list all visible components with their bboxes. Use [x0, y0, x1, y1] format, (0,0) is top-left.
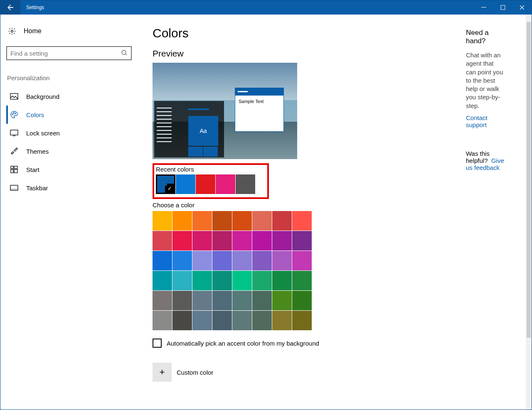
- sidebar-item-colors[interactable]: Colors: [6, 106, 138, 124]
- chat-text: Chat with an agent that can point you to…: [466, 51, 503, 110]
- picture-icon: [10, 92, 19, 101]
- custom-color-label: Custom color: [177, 369, 213, 376]
- recent-color-swatch[interactable]: [176, 174, 195, 194]
- color-swatch[interactable]: [172, 291, 192, 310]
- sidebar-item-label: Colors: [26, 111, 44, 118]
- color-swatch[interactable]: [292, 251, 312, 270]
- color-swatch[interactable]: [172, 271, 192, 290]
- contact-support-link[interactable]: Contact support: [466, 114, 503, 128]
- custom-color-button[interactable]: +: [153, 363, 172, 382]
- recent-color-swatch[interactable]: ✓: [156, 174, 175, 194]
- svg-point-3: [122, 50, 126, 54]
- color-swatch[interactable]: [252, 231, 272, 250]
- back-button[interactable]: [0, 0, 20, 15]
- maximize-button[interactable]: [493, 0, 512, 15]
- color-swatch[interactable]: [153, 231, 172, 250]
- color-swatch[interactable]: [192, 291, 212, 310]
- color-swatch[interactable]: [172, 251, 192, 270]
- color-swatch[interactable]: [272, 231, 292, 250]
- gear-icon: [8, 27, 16, 35]
- auto-accent-row[interactable]: Automatically pick an accent color from …: [153, 339, 370, 348]
- custom-color-row[interactable]: + Custom color: [153, 363, 370, 382]
- color-swatch[interactable]: [212, 271, 232, 290]
- color-swatch[interactable]: [292, 311, 312, 330]
- recent-colors-label: Recent colors: [156, 166, 264, 173]
- color-grid: [153, 211, 315, 330]
- preview-heading: Preview: [153, 49, 370, 59]
- color-swatch[interactable]: [153, 271, 172, 290]
- window-controls: [474, 0, 532, 15]
- color-swatch[interactable]: [153, 251, 172, 270]
- taskbar-icon: [10, 183, 19, 192]
- svg-rect-11: [11, 169, 13, 173]
- color-swatch[interactable]: [272, 251, 292, 270]
- color-swatch[interactable]: [212, 311, 232, 330]
- color-swatch[interactable]: [252, 211, 272, 231]
- color-swatch[interactable]: [232, 311, 252, 330]
- svg-rect-1: [501, 5, 505, 10]
- svg-rect-0: [481, 7, 486, 7]
- palette-icon: [10, 110, 19, 119]
- color-swatch[interactable]: [252, 291, 272, 310]
- color-swatch[interactable]: [292, 211, 312, 231]
- color-swatch[interactable]: [292, 271, 312, 290]
- svg-rect-12: [14, 169, 17, 173]
- search-input[interactable]: [10, 50, 121, 57]
- color-swatch[interactable]: [232, 251, 252, 270]
- sidebar-item-label: Background: [26, 93, 59, 100]
- minimize-icon: [481, 5, 486, 10]
- color-swatch[interactable]: [172, 211, 192, 231]
- sidebar-item-taskbar[interactable]: Taskbar: [6, 179, 138, 197]
- color-swatch[interactable]: [252, 271, 272, 290]
- maximize-icon: [500, 5, 505, 10]
- color-swatch[interactable]: [192, 211, 212, 231]
- color-swatch[interactable]: [292, 291, 312, 310]
- color-swatch[interactable]: [272, 291, 292, 310]
- color-swatch[interactable]: [232, 271, 252, 290]
- color-swatch[interactable]: [252, 251, 272, 270]
- color-swatch[interactable]: [192, 311, 212, 330]
- need-hand-title: Need a hand?: [466, 29, 503, 45]
- color-swatch[interactable]: [192, 271, 212, 290]
- color-swatch[interactable]: [272, 271, 292, 290]
- sidebar-item-themes[interactable]: Themes: [6, 142, 138, 160]
- scrollbar-thumb[interactable]: [527, 22, 531, 338]
- color-swatch[interactable]: [212, 251, 232, 270]
- color-swatch[interactable]: [232, 211, 252, 231]
- color-swatch[interactable]: [212, 291, 232, 310]
- color-swatch[interactable]: [192, 231, 212, 250]
- color-swatch[interactable]: [232, 231, 252, 250]
- color-swatch[interactable]: [212, 211, 232, 231]
- color-swatch[interactable]: [153, 211, 172, 231]
- color-swatch[interactable]: [153, 291, 172, 310]
- recent-color-swatch[interactable]: [236, 174, 255, 194]
- recent-color-swatch[interactable]: [216, 174, 235, 194]
- auto-accent-checkbox[interactable]: [153, 339, 162, 348]
- search-box[interactable]: [6, 46, 132, 60]
- sidebar-item-start[interactable]: Start: [6, 160, 138, 179]
- color-swatch[interactable]: [232, 291, 252, 310]
- scrollbar[interactable]: [526, 15, 532, 410]
- close-button[interactable]: [512, 0, 532, 15]
- page-title: Colors: [153, 26, 370, 40]
- color-swatch[interactable]: [172, 311, 192, 330]
- color-swatch[interactable]: [252, 311, 272, 330]
- minimize-button[interactable]: [474, 0, 493, 15]
- svg-point-6: [13, 113, 14, 113]
- helpful-question: Was this helpful?: [466, 150, 490, 164]
- svg-point-2: [11, 30, 13, 32]
- color-swatch[interactable]: [153, 311, 172, 330]
- color-swatch[interactable]: [292, 231, 312, 250]
- color-swatch[interactable]: [212, 231, 232, 250]
- color-swatch[interactable]: [272, 311, 292, 330]
- svg-point-5: [12, 114, 13, 115]
- recent-color-swatch[interactable]: [196, 174, 215, 194]
- preview-sample-text: Sample Text: [235, 96, 283, 107]
- color-swatch[interactable]: [272, 211, 292, 231]
- color-swatch[interactable]: [172, 231, 192, 250]
- sidebar-item-lockscreen[interactable]: Lock screen: [6, 124, 138, 142]
- sidebar-item-background[interactable]: Background: [6, 87, 138, 106]
- home-button[interactable]: Home: [6, 24, 138, 39]
- color-swatch[interactable]: [192, 251, 212, 270]
- monitor-icon: [10, 128, 19, 137]
